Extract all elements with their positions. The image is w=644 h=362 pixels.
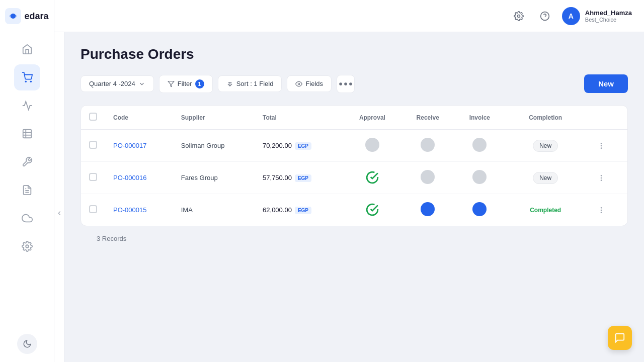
sidebar-bottom: [17, 334, 37, 354]
supplier-2: IMA: [173, 194, 255, 226]
sidebar-nav: [0, 36, 54, 330]
row-menu-cell-0[interactable]: [586, 130, 627, 162]
svg-point-10: [26, 245, 29, 248]
more-options-btn[interactable]: [337, 75, 355, 93]
svg-rect-4: [23, 130, 31, 138]
receive-header: Receive: [401, 106, 454, 130]
row-menu-btn-1[interactable]: [594, 171, 608, 185]
quarter-filter-btn[interactable]: Quarter 4 -2024: [80, 75, 154, 92]
svg-point-22: [601, 145, 601, 146]
table-row: PO-000015IMA62,000.00EGP Completed: [81, 194, 627, 226]
row-checkbox-cell-2[interactable]: [81, 194, 105, 226]
svg-point-25: [601, 177, 601, 178]
invoice-header: Invoice: [454, 106, 505, 130]
row-menu-btn-0[interactable]: [594, 139, 608, 153]
approval-cell-2: [343, 194, 401, 226]
sidebar-item-table[interactable]: [14, 121, 40, 147]
po-code-1[interactable]: PO-000016: [105, 162, 173, 194]
actions-header: [586, 106, 627, 130]
collapse-sidebar-btn[interactable]: [54, 32, 64, 362]
sort-icon: [226, 80, 233, 87]
po-code-0[interactable]: PO-000017: [105, 130, 173, 162]
po-link-2[interactable]: PO-000015: [113, 206, 147, 214]
row-checkbox-1[interactable]: [89, 173, 97, 181]
records-label: Records: [102, 235, 126, 242]
invoice-cell-2: [454, 194, 505, 226]
main-wrapper: A Ahmed_Hamza Best_Choice Purchase Order…: [54, 0, 644, 362]
svg-point-11: [517, 15, 520, 17]
approval-cell-1: [343, 162, 401, 194]
completion-badge-0: New: [533, 140, 558, 152]
supplier-header: Supplier: [173, 106, 255, 130]
user-avatar: A: [562, 7, 580, 25]
table-row: PO-000016Fares Group57,750.00EGP New: [81, 162, 627, 194]
row-checkbox-cell-0[interactable]: [81, 130, 105, 162]
completion-cell-1: New: [505, 162, 586, 194]
invoice-cell-0: [454, 130, 505, 162]
svg-point-21: [601, 143, 601, 143]
chevron-down-icon: [138, 80, 145, 87]
sidebar-item-reports[interactable]: [14, 177, 40, 203]
topbar: A Ahmed_Hamza Best_Choice: [54, 0, 644, 32]
sidebar-item-analytics[interactable]: [14, 93, 40, 119]
toolbar: Quarter 4 -2024 Filter 1: [80, 74, 628, 93]
new-button[interactable]: New: [584, 74, 628, 93]
row-checkbox-2[interactable]: [89, 205, 97, 213]
completion-badge-1: New: [533, 172, 558, 184]
main-content: Purchase Orders Quarter 4 -2024 Filter: [64, 32, 644, 362]
po-link-0[interactable]: PO-000017: [113, 142, 147, 149]
sidebar-item-settings[interactable]: [14, 233, 40, 259]
invoice-cell-1: [454, 162, 505, 194]
approval-header: Approval: [343, 106, 401, 130]
select-all-checkbox[interactable]: [89, 113, 97, 121]
completion-header: Completion: [505, 106, 586, 130]
dark-mode-toggle[interactable]: [17, 334, 37, 354]
svg-point-26: [601, 180, 601, 180]
more-horizontal-icon: [337, 75, 354, 93]
svg-point-2: [25, 81, 26, 82]
receive-0: [421, 138, 435, 152]
sidebar-item-cart[interactable]: [14, 64, 40, 90]
table-row: PO-000017Soliman Group70,200.00EGPNew: [81, 130, 627, 162]
sort-label: Sort : 1 Field: [236, 80, 274, 87]
completion-cell-2: Completed: [505, 194, 586, 226]
settings-icon-btn[interactable]: [510, 7, 528, 25]
receive-cell-1: [401, 162, 454, 194]
chat-button[interactable]: [608, 326, 632, 350]
sidebar-item-cloud[interactable]: [14, 205, 40, 231]
sort-btn[interactable]: Sort : 1 Field: [218, 75, 282, 92]
svg-point-24: [601, 175, 601, 175]
po-link-1[interactable]: PO-000016: [113, 174, 147, 182]
quarter-label: Quarter 4 -2024: [89, 80, 135, 87]
purchase-orders-table: Code Supplier Total Approval Receive Inv…: [80, 105, 628, 226]
row-menu-cell-1[interactable]: [586, 162, 627, 194]
fields-btn[interactable]: Fields: [287, 75, 332, 92]
more-vertical-icon: [597, 174, 605, 182]
svg-point-23: [601, 148, 601, 148]
fields-label: Fields: [305, 80, 323, 87]
filter-btn[interactable]: Filter 1: [159, 75, 213, 93]
row-checkbox-cell-1[interactable]: [81, 162, 105, 194]
eye-icon: [295, 80, 302, 87]
user-section[interactable]: A Ahmed_Hamza Best_Choice: [562, 7, 632, 25]
po-code-2[interactable]: PO-000015: [105, 194, 173, 226]
receive-2: [421, 202, 435, 216]
row-menu-btn-2[interactable]: [594, 203, 608, 217]
supplier-0: Soliman Group: [173, 130, 255, 162]
svg-point-17: [298, 83, 300, 85]
svg-marker-14: [168, 81, 174, 86]
user-info: Ahmed_Hamza Best_Choice: [585, 9, 632, 23]
approval-approved-2: [365, 203, 379, 217]
svg-point-27: [601, 207, 601, 208]
approval-approved-1: [365, 170, 379, 185]
select-all-header[interactable]: [81, 106, 105, 130]
help-icon-btn[interactable]: [536, 7, 554, 25]
row-checkbox-0[interactable]: [89, 141, 97, 149]
filter-icon: [168, 80, 175, 87]
svg-point-29: [601, 212, 601, 213]
sidebar-item-tools[interactable]: [14, 149, 40, 175]
table-header-row: Code Supplier Total Approval Receive Inv…: [81, 106, 627, 130]
completion-cell-0: New: [505, 130, 586, 162]
sidebar-item-home[interactable]: [14, 36, 40, 62]
row-menu-cell-2[interactable]: [586, 194, 627, 226]
